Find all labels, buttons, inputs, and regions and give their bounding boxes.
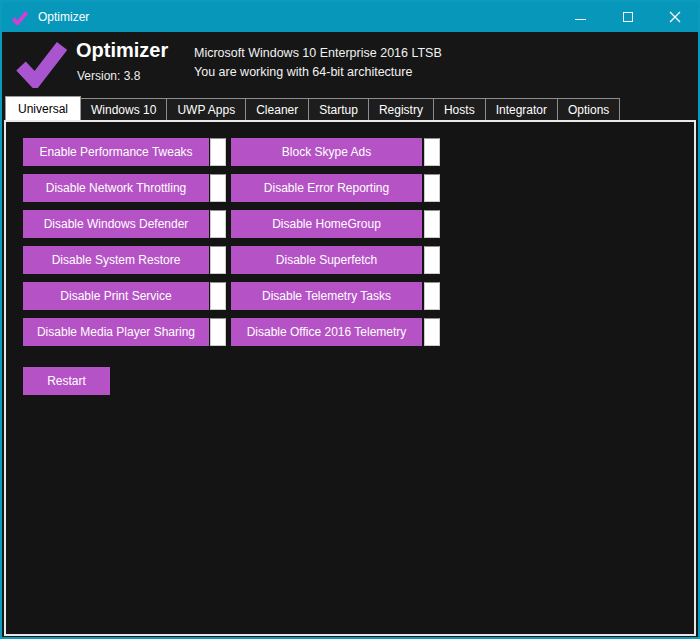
toggle-button-disable-media-player-sharing[interactable]: Disable Media Player Sharing — [23, 318, 209, 346]
tabstrip: Universal Windows 10 UWP Apps Cleaner St… — [5, 96, 695, 120]
tab-universal[interactable]: Universal — [5, 96, 81, 120]
tab-integrator[interactable]: Integrator — [485, 98, 558, 120]
toggle-checkbox-enable-performance-tweaks[interactable] — [210, 138, 226, 166]
toggle-row: Disable Media Player Sharing Disable Off… — [23, 318, 694, 346]
os-line: Microsoft Windows 10 Enterprise 2016 LTS… — [194, 44, 442, 63]
toggle-button-disable-system-restore[interactable]: Disable System Restore — [23, 246, 209, 274]
toggle-button-disable-network-throttling[interactable]: Disable Network Throttling — [23, 174, 209, 202]
app-title: Optimizer — [76, 39, 168, 62]
toggle-button-enable-performance-tweaks[interactable]: Enable Performance Tweaks — [23, 138, 209, 166]
toggle-button-disable-homegroup[interactable]: Disable HomeGroup — [231, 210, 422, 238]
tab-options[interactable]: Options — [557, 98, 620, 120]
tab-label: Universal — [18, 102, 68, 116]
toggle-button-disable-telemetry-tasks[interactable]: Disable Telemetry Tasks — [231, 282, 422, 310]
tab-startup[interactable]: Startup — [308, 98, 369, 120]
maximize-button[interactable] — [604, 2, 651, 32]
tab-cleaner[interactable]: Cleaner — [245, 98, 309, 120]
checkmark-icon — [11, 10, 29, 25]
restart-button[interactable]: Restart — [23, 367, 110, 395]
tab-hosts[interactable]: Hosts — [433, 98, 486, 120]
tabpage-universal: Enable Performance Tweaks Block Skype Ad… — [4, 120, 696, 636]
system-info: Microsoft Windows 10 Enterprise 2016 LTS… — [194, 44, 442, 82]
app-version: Version: 3.8 — [77, 69, 140, 83]
tab-uwp-apps[interactable]: UWP Apps — [166, 98, 246, 120]
titlebar: Optimizer — [2, 2, 698, 32]
toggle-checkbox-disable-error-reporting[interactable] — [424, 174, 440, 202]
tab-label: Windows 10 — [91, 103, 156, 117]
toggle-checkbox-disable-system-restore[interactable] — [210, 246, 226, 274]
toggle-checkbox-disable-telemetry-tasks[interactable] — [424, 282, 440, 310]
toggle-button-disable-print-service[interactable]: Disable Print Service — [23, 282, 209, 310]
toggle-checkbox-disable-homegroup[interactable] — [424, 210, 440, 238]
toggle-checkbox-disable-print-service[interactable] — [210, 282, 226, 310]
close-button[interactable] — [651, 2, 698, 32]
window-title: Optimizer — [38, 10, 557, 24]
header: Optimizer Version: 3.8 Microsoft Windows… — [2, 32, 698, 97]
toggle-button-disable-windows-defender[interactable]: Disable Windows Defender — [23, 210, 209, 238]
toggle-checkbox-disable-superfetch[interactable] — [424, 246, 440, 274]
tab-label: Hosts — [444, 103, 475, 117]
tab-windows-10[interactable]: Windows 10 — [80, 98, 167, 120]
toggle-checkbox-disable-windows-defender[interactable] — [210, 210, 226, 238]
toggle-button-disable-superfetch[interactable]: Disable Superfetch — [231, 246, 422, 274]
toggle-row: Enable Performance Tweaks Block Skype Ad… — [23, 138, 694, 166]
toggle-button-disable-error-reporting[interactable]: Disable Error Reporting — [231, 174, 422, 202]
toggle-row: Disable Network Throttling Disable Error… — [23, 174, 694, 202]
toggle-grid: Enable Performance Tweaks Block Skype Ad… — [6, 122, 694, 346]
toggle-checkbox-block-skype-ads[interactable] — [424, 138, 440, 166]
tab-registry[interactable]: Registry — [368, 98, 434, 120]
toggle-button-disable-office-2016-telemetry[interactable]: Disable Office 2016 Telemetry — [231, 318, 422, 346]
checkmark-icon — [15, 38, 67, 88]
toggle-row: Disable System Restore Disable Superfetc… — [23, 246, 694, 274]
toggle-button-block-skype-ads[interactable]: Block Skype Ads — [231, 138, 422, 166]
arch-line: You are working with 64-bit architecture — [194, 63, 442, 82]
toggle-checkbox-disable-office-2016-telemetry[interactable] — [424, 318, 440, 346]
toggle-checkbox-disable-network-throttling[interactable] — [210, 174, 226, 202]
maximize-icon — [623, 12, 633, 22]
minimize-icon — [575, 19, 586, 20]
tab-label: Startup — [319, 103, 358, 117]
optimizer-window: Optimizer Optimizer Version: 3.8 Microso… — [0, 0, 700, 639]
close-icon — [669, 11, 681, 23]
toggle-row: Disable Print Service Disable Telemetry … — [23, 282, 694, 310]
window-controls — [557, 2, 698, 32]
toggle-row: Disable Windows Defender Disable HomeGro… — [23, 210, 694, 238]
tab-label: Options — [568, 103, 609, 117]
toggle-checkbox-disable-media-player-sharing[interactable] — [210, 318, 226, 346]
minimize-button[interactable] — [557, 2, 604, 32]
tab-label: UWP Apps — [177, 103, 235, 117]
tab-label: Integrator — [496, 103, 547, 117]
tab-label: Cleaner — [256, 103, 298, 117]
tab-label: Registry — [379, 103, 423, 117]
